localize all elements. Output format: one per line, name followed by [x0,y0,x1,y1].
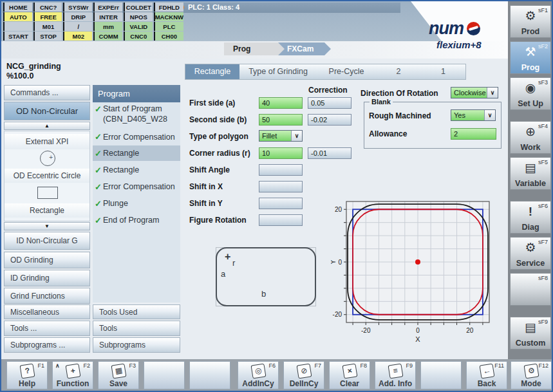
corner-radius-correction-input[interactable]: -0.01 [308,147,351,159]
shift-y-label: Shift in Y [189,199,223,208]
softkey-sf8-empty[interactable]: sF8 [510,273,551,306]
fkey-f4-empty[interactable] [144,361,185,389]
add-cycle-icon [250,363,266,378]
fkey-addincy[interactable]: F6 AddInCy [238,361,279,389]
tab-pre-cycle[interactable]: Pre-Cycle [317,64,376,79]
info-icon [388,363,403,378]
chevron-down-icon[interactable] [291,131,302,141]
softkey-label: Diag [511,223,550,232]
subprograms-button[interactable]: Subprograms [93,337,180,353]
chevron-down-icon[interactable] [484,110,495,120]
chevron-down-icon[interactable] [487,88,498,98]
fkey-label: F11 [494,362,504,369]
corner-radius-input[interactable]: 10 [259,147,303,159]
group-grind-functions[interactable]: Grind Functions [4,288,90,304]
corner-radius-label: Corner radius (r) [189,149,250,158]
fkey-label: F1 [37,362,44,369]
program-step-plunge[interactable]: ✓ Plunge [93,196,180,211]
second-side-input[interactable]: 50 [259,114,303,126]
fkey-f10-empty[interactable] [420,361,462,389]
program-step-error-comp-2[interactable]: ✓ Error Compensation [93,179,180,194]
fkey-caption: Add. Info [375,379,415,388]
fkey-mode[interactable]: F12 Mode [511,361,552,389]
status-cell: INTER [93,12,122,21]
softkey-diag[interactable]: sF6 Diag [510,201,551,234]
group-od-grinding[interactable]: OD Grinding [4,252,90,268]
softkey-prog[interactable]: sF2 Prog [510,41,551,74]
softkey-work[interactable]: sF4 Work [510,121,551,154]
status-cell: FDHLD [154,3,183,12]
program-step-label: Error Compensation [103,133,175,142]
softkey-label: Work [511,143,550,152]
program-step-rectangle-selected[interactable]: ✓ Rectangle [93,145,180,161]
breadcrumb-prog[interactable]: Prog [224,42,286,55]
cycle-rectangle[interactable]: Rectangle [5,203,89,218]
warning-icon [511,205,550,219]
softkey-label: Set Up [511,99,550,108]
softkey-custom[interactable]: sF9 Custom [510,317,551,350]
fkey-back[interactable]: F11 Back [466,361,507,389]
softkey-variable[interactable]: sF5 Variable [510,157,551,190]
status-cell: PLC [154,22,183,31]
tab-2[interactable]: 2 [376,64,421,79]
group-miscellaneous[interactable]: Miscellaneous [4,304,90,319]
tab-rectangle[interactable]: Rectangle [185,64,239,79]
group-id-non-circular[interactable]: ID Non-Circular G [4,232,90,250]
breadcrumb-fxcam[interactable]: FXCam [278,42,331,55]
scroll-down-button[interactable] [4,222,90,230]
fkey-clear[interactable]: F8 Clear [329,361,370,389]
softkey-label: Service [511,259,550,268]
figure-rotation-input[interactable] [259,214,303,226]
polygon-type-dropdown[interactable]: Fillet [259,130,303,142]
rough-machined-label: Rough Machined [369,111,431,120]
tab-type-of-grinding[interactable]: Type of Grinding [239,64,317,79]
scroll-up-button[interactable] [4,122,90,130]
tab-1[interactable]: 1 [421,64,465,79]
rectangle-icon [37,187,58,199]
tools-used-button[interactable]: Tools Used [93,304,180,319]
group-od-non-circular[interactable]: OD Non-Circular [4,102,90,120]
cycle-od-eccentric-circle[interactable]: OD Eccentric Circle [5,169,89,183]
fkey-f5-empty[interactable] [189,361,230,389]
program-step-rectangle-2[interactable]: ✓ Rectangle [93,162,180,178]
tools-button[interactable]: Tools [93,321,180,336]
program-step-end[interactable]: ✓ End of Program [93,212,180,228]
shift-angle-input[interactable] [259,164,303,176]
program-step-start[interactable]: ✓ Start of Program (CBN_D405_W28 [93,104,180,127]
rough-machined-dropdown[interactable]: Yes [451,109,496,121]
check-icon: ✓ [95,216,102,225]
group-tools[interactable]: Tools ... [4,321,90,336]
group-id-grinding[interactable]: ID Grinding [4,270,90,286]
shift-angle-label: Shift Angle [189,165,230,174]
cycle-external-xpi[interactable]: External XPI [5,134,89,149]
program-step-error-comp-1[interactable]: ✓ Error Compensation [93,129,180,144]
shift-x-input[interactable] [259,181,303,192]
first-side-correction-input[interactable]: 0.05 [308,97,351,109]
fkey-caption: Clear [330,379,370,388]
group-subprograms[interactable]: Subprograms ... [4,337,90,353]
shift-y-input[interactable] [259,198,303,209]
mode-gear-icon [523,363,539,378]
status-cell: / [63,22,92,31]
status-cell: COMM [93,32,122,41]
fkey-function[interactable]: ∧ F2 Function [52,361,93,389]
fkey-delincy[interactable]: F7 DelInCy [283,361,324,389]
direction-of-rotation-label: Direction Of Rotation [361,89,438,98]
softkey-service[interactable]: sF7 Service [510,237,551,270]
svg-text:Y: Y [331,259,337,265]
first-side-input[interactable]: 40 [259,97,303,109]
softkey-prod[interactable]: sF1 Prod [510,5,551,38]
plc-status-text: PLC: 1 Class: 4 [188,3,239,11]
softkey-set-up[interactable]: sF3 Set Up [510,77,551,110]
fkey-add-info[interactable]: F9 Add. Info [375,361,416,389]
commands-button[interactable]: Commands ... [4,85,90,100]
direction-of-rotation-dropdown[interactable]: Clockwise [451,87,498,98]
allowance-input[interactable]: 2 [451,128,496,140]
fkey-help[interactable]: F1 Help [6,361,48,389]
fkey-label: F3 [129,362,136,369]
second-side-correction-input[interactable]: -0.02 [308,114,351,126]
fkey-save[interactable]: F3 Save [98,361,139,389]
cnc-hmi-window: ! PLC: 1 Class: 4 HOME CNC? SYSWr EXPErr… [0,0,553,392]
svg-text:0: 0 [338,259,342,266]
status-cell: NPOS [124,12,153,21]
